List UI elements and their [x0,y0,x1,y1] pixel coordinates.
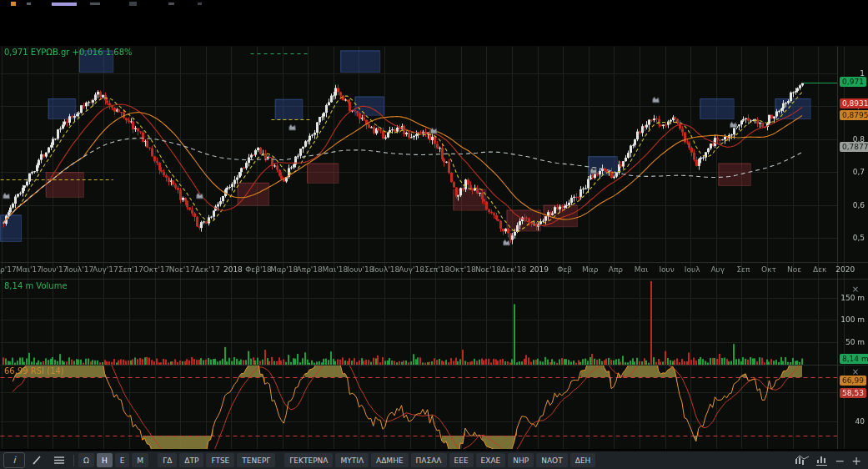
zoom-out-button[interactable]: − [835,455,845,466]
axis-tick-label: 0,7 [839,168,865,176]
time-axis-label: Μαι'18 [321,265,349,274]
toolbar-separator [73,455,74,466]
chart-style-icon[interactable] [795,455,810,466]
time-axis-label: Μαι [627,265,655,274]
time-axis-label: Σεπ'17 [117,265,145,274]
time-axis-label: Αυγ'18 [398,265,426,274]
draw-tool-icon[interactable] [28,453,47,467]
toolbar-button-ftse[interactable]: FTSE [206,453,234,467]
rsi-legend: 66,99 RSI (14) [4,366,64,376]
time-axis-label: Οκτ'17 [143,265,171,274]
time-axis-label: Μαρ [576,265,605,274]
time-axis-label: Νοε'18 [474,265,502,274]
zoom-in-button[interactable]: + [851,455,861,466]
axis-tick-label: 50 m [839,338,865,346]
toolbar-button-η[interactable]: Η [97,453,113,467]
titlebar-chip-5 [198,3,202,5]
time-axis-label: 2018 [218,265,247,274]
time-axis-label: Ιουν'18 [346,265,374,274]
volume-current-label: 8,14 m [840,354,868,364]
rsi-pane-close-icon[interactable]: × [850,367,860,377]
volume-indicator-icon[interactable] [816,455,829,466]
toolbar-button-μυτιλ[interactable]: ΜΥΤΙΛ [335,453,369,467]
info-icon[interactable]: i [3,452,25,468]
price-chart-canvas[interactable] [0,46,868,449]
time-axis-label: Ιουν'17 [40,265,68,274]
symbol-legend: 0,971 EYPΩB.gr +0,016 1.68% [4,48,133,57]
volume-pane-close-icon[interactable]: × [850,285,860,295]
time-axis-label: Μαι'17 [15,265,43,274]
time-axis-label: Αυγ'17 [91,265,119,274]
time-axis-label: Απρ [601,265,630,274]
rsi-value-label: 66,99 [840,376,866,386]
rsi-signal-label: 58,53 [840,388,866,398]
toolbar-button-ε[interactable]: Ε [115,453,130,467]
time-axis-label: Ιουλ'17 [66,265,94,274]
titlebar-chip-4 [168,3,174,5]
time-axis-label: Ιουν [653,265,681,274]
titlebar-chip-1 [27,3,31,5]
toolbar-button-γεκτερνα[interactable]: ΓΕΚΤΕΡΝΑ [284,453,333,467]
time-axis-label: Οκτ [755,265,783,274]
time-axis-label: 2019 [525,265,554,274]
ma-orange-price-label: 0,8795 [840,110,868,120]
toolbar-button-εχαε[interactable]: ΕΧΑΕ [476,453,506,467]
toolbar-button-ναοτ[interactable]: ΝΑΟΤ [536,453,567,467]
time-axis-label: 2020 [831,265,860,274]
axis-tick-label: 150 m [839,294,865,302]
toolbar-button-αδμηε[interactable]: ΑΔΜΗΕ [371,453,409,467]
time-axis-label: Μαρ'18 [270,265,299,274]
time-axis-label: Δεκ'18 [499,265,528,274]
axis-tick-label: 0,6 [839,201,865,209]
toolbar-button-ω[interactable]: Ω [78,453,94,467]
volume-legend: 8,14 m Volume [4,281,68,290]
last-price-label: 0,971 [840,77,866,87]
titlebar-tab-bar [52,3,77,6]
time-axis[interactable]: Απρ'17Μαι'17Ιουν'17Ιουλ'17Αυγ'17Σεπ'17Οκ… [0,263,868,279]
toolbar-button-δτρ[interactable]: ΔΤΡ [179,453,203,467]
toolbar-button-μ[interactable]: Μ [132,453,148,467]
time-axis-label: Οκτ'18 [449,265,477,274]
axis-tick-label: 40 [839,417,865,426]
ma-long-price-label: 0,7877 [840,142,868,152]
time-axis-label: Δεκ [805,265,834,274]
toolbar-button-νηρ[interactable]: ΝΗΡ [508,453,534,467]
time-axis-label: Δεκ'17 [193,265,222,274]
ma-red-price-label: 0,8931 [840,98,868,108]
axis-tick-label: 0,5 [839,234,865,242]
time-axis-label: Σεπ'18 [423,265,451,274]
axis-tick-label: 100 m [839,315,865,324]
bottom-toolbar: iΩΗΕΜΓΔΔΤΡFTSEΤΕΝΕΡΓΓΕΚΤΕΡΝΑΜΥΤΙΛΑΔΜΗΕΠΑ… [0,451,868,469]
time-axis-label: Νοε [780,265,809,274]
toolbar-button-γδ[interactable]: ΓΔ [158,453,177,467]
toolbar-button-τενεργ[interactable]: ΤΕΝΕΡΓ [237,453,275,467]
time-axis-label: Σεπ [729,265,757,274]
toolbar-button-πασαλ[interactable]: ΠΑΣΑΛ [411,453,447,467]
toolbar-button-δεη[interactable]: ΔΕΗ [570,453,596,467]
time-axis-label: Ιουλ'18 [372,265,400,274]
time-axis-label: Φεβ'18 [244,265,273,274]
toolbar-button-εεε[interactable]: ΕΕΕ [449,453,474,467]
time-axis-label: Νοε'17 [168,265,196,274]
time-axis-label: Φεβ [550,265,579,274]
app-icon [11,2,16,6]
time-axis-label: Απρ'18 [295,265,324,274]
watchlist-icon[interactable] [49,453,69,467]
titlebar-chip-3 [129,2,137,6]
time-axis-label: Αυγ [704,265,732,274]
titlebar-chip-2 [90,3,100,5]
trading-platform-window: 0,971 EYPΩB.gr +0,016 1.68% 8,14 m Volum… [0,0,868,469]
time-axis-label: Ιουλ [678,265,706,274]
